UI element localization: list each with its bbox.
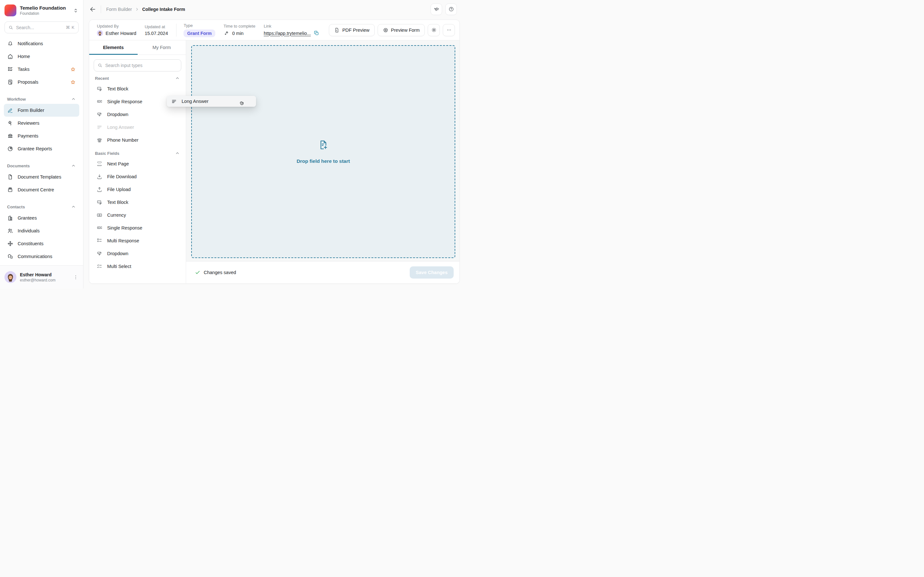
element-item-text-block[interactable]: Text Block	[94, 82, 181, 95]
more-options-button[interactable]	[443, 24, 455, 36]
element-item-file-upload[interactable]: File Upload	[94, 183, 181, 196]
sidebar-item-label: Tasks	[18, 67, 66, 72]
copy-link-icon[interactable]	[313, 30, 320, 36]
element-item-label: Text Block	[107, 86, 128, 91]
section-header-contacts[interactable]: Contacts	[5, 204, 79, 210]
sidebar-item-label: Home	[18, 54, 76, 59]
element-item-label: Single Response	[107, 226, 142, 230]
input-type-search[interactable]	[94, 59, 181, 71]
element-item-label: Single Response	[107, 99, 142, 104]
sidebar-item-email-review[interactable]: Email Review	[4, 263, 79, 266]
element-item-dropdown[interactable]: Dropdown	[94, 247, 181, 260]
sidebar-item-document-centre[interactable]: Document Centre	[4, 183, 79, 196]
element-item-label: Currency	[107, 213, 126, 218]
org-switcher[interactable]: Temelio Foundation Foundation	[0, 0, 83, 18]
chat-icon	[7, 253, 13, 259]
save-changes-button[interactable]: Save Changes	[410, 266, 454, 279]
tab-my-form[interactable]: My Form	[137, 40, 186, 55]
element-item-label: Dropdown	[107, 251, 128, 256]
archive-icon	[7, 187, 13, 193]
search-shortcut: ⌘ K	[66, 25, 75, 30]
chevron-up-icon[interactable]	[71, 97, 76, 102]
sidebar-item-label: Document Centre	[18, 187, 76, 192]
element-item-phone-number[interactable]: Phone Number	[94, 134, 181, 147]
breadcrumb-parent[interactable]: Form Builder	[106, 7, 132, 12]
section-label: Workflow	[7, 97, 26, 102]
sidebar-item-proposals[interactable]: Proposals	[4, 76, 79, 89]
group-label: Basic Fields	[95, 151, 120, 156]
updated-at-label: Updated at	[145, 24, 168, 29]
drop-zone[interactable]: Drop field here to start	[191, 45, 455, 258]
sidebar-item-home[interactable]: Home	[4, 50, 79, 63]
grab-hand-cursor-icon	[238, 99, 246, 106]
element-item-multi-select[interactable]: Multi Select	[94, 260, 181, 273]
element-item-next-page[interactable]: Next Page	[94, 157, 181, 170]
element-item-currency[interactable]: Currency	[94, 209, 181, 221]
sidebar-item-form-builder[interactable]: Form Builder	[4, 104, 79, 117]
panel-tabs: Elements My Form	[89, 40, 186, 55]
element-item-dropdown[interactable]: Dropdown	[94, 108, 181, 121]
user-menu-kebab-icon[interactable]	[73, 274, 79, 280]
sidebar-item-label: Grantee Reports	[18, 146, 76, 151]
form-link[interactable]: https://app.trytemelio...	[264, 31, 311, 36]
updated-by-label: Updated By	[97, 24, 136, 29]
tab-elements[interactable]: Elements	[89, 40, 137, 55]
drag-ghost-long-answer[interactable]: Long Answer	[167, 96, 256, 107]
chevron-up-icon[interactable]	[71, 204, 76, 210]
user-footer[interactable]: Esther Howard esther@howard.com	[0, 266, 83, 288]
sidebar-item-notifications[interactable]: Notifications	[4, 37, 79, 50]
sidebar-search-input[interactable]	[16, 25, 63, 30]
element-item-multi-response[interactable]: Multi Response	[94, 234, 181, 247]
sidebar-item-individuals[interactable]: Individuals	[4, 224, 79, 237]
topbar: Form Builder College Intake Form	[83, 0, 462, 18]
chevron-up-icon[interactable]	[71, 163, 76, 168]
time-to-complete-value: 0 min	[232, 31, 244, 36]
back-arrow-icon[interactable]	[89, 6, 96, 13]
sidebar-item-document-templates[interactable]: Document Templates	[4, 171, 79, 183]
settings-button[interactable]	[428, 24, 440, 36]
preview-form-button[interactable]: Preview Form	[378, 24, 425, 36]
help-button[interactable]	[445, 3, 457, 15]
section-label: Contacts	[7, 205, 25, 210]
sidebar-item-grantees[interactable]: Grantees	[4, 211, 79, 224]
sidebar-search[interactable]: ⌘ K	[5, 21, 79, 33]
sidebar-item-grantee-reports[interactable]: Grantee Reports	[4, 142, 79, 155]
user-email: esther@howard.com	[20, 278, 69, 282]
section-header-documents[interactable]: Documents	[5, 163, 79, 169]
group-header-recent[interactable]: Recent	[94, 75, 181, 81]
element-item-file-download[interactable]: File Download	[94, 170, 181, 183]
element-item-text-block[interactable]: Text Block	[94, 196, 181, 209]
sidebar-item-constituents[interactable]: Constituents	[4, 237, 79, 250]
sidebar-item-reviewers[interactable]: Reviewers	[4, 117, 79, 129]
meta-divider	[176, 24, 176, 37]
file-icon	[7, 174, 13, 180]
sidebar-item-payments[interactable]: Payments	[4, 129, 79, 142]
canvas-footer: Changes saved Save Changes	[186, 261, 459, 284]
sidebar-item-communications[interactable]: Communications	[4, 250, 79, 263]
partner-button[interactable]	[431, 3, 442, 15]
star-icon[interactable]	[70, 79, 76, 85]
sidebar-item-label: Communications	[18, 254, 76, 259]
sidebar-item-label: Reviewers	[18, 121, 76, 126]
sidebar-item-tasks[interactable]: Tasks	[4, 63, 79, 76]
org-switcher-updown-icon[interactable]	[73, 8, 79, 13]
multi-response-icon	[96, 237, 103, 244]
text-block-icon	[96, 199, 103, 205]
topbar-divider	[101, 5, 101, 13]
updated-by-avatar	[97, 30, 103, 36]
input-type-search-input[interactable]	[105, 63, 178, 68]
section-header-workflow[interactable]: Workflow	[5, 96, 79, 102]
avatar	[5, 271, 16, 283]
group-header-basic-fields[interactable]: Basic Fields	[94, 150, 181, 156]
multi-select-icon	[96, 263, 103, 269]
star-icon[interactable]	[70, 66, 76, 73]
pdf-preview-button[interactable]: PDF Preview	[329, 24, 375, 36]
section-label: Documents	[7, 163, 30, 168]
drag-ghost-label: Long Answer	[182, 99, 208, 104]
chevron-up-icon[interactable]	[175, 151, 180, 156]
people-icon	[7, 227, 13, 234]
elements-panel: Elements My Form RecentText BlockSingle …	[89, 40, 186, 284]
element-item-single-response[interactable]: Single Response	[94, 221, 181, 234]
element-item-long-answer[interactable]: Long Answer	[94, 121, 181, 134]
chevron-up-icon[interactable]	[175, 76, 180, 81]
